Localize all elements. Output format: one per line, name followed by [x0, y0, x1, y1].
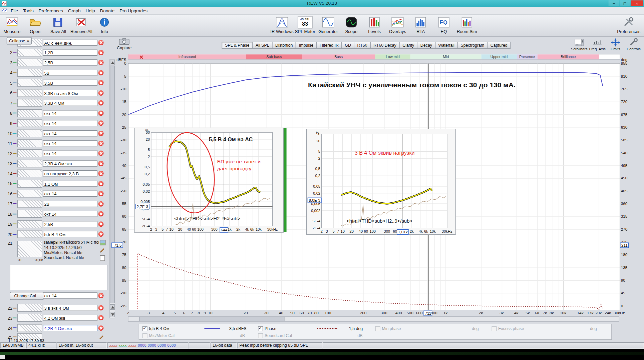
checkbox[interactable] [258, 326, 263, 331]
measurement-name-field[interactable]: 3,3В 4 Ом [43, 100, 97, 106]
scroll-down-icon[interactable] [110, 312, 115, 317]
delete-measurement-button[interactable] [98, 221, 103, 227]
measure-button[interactable]: Measure [2, 16, 22, 34]
measurement-thumbnail[interactable] [17, 119, 42, 127]
delete-measurement-button[interactable] [98, 211, 103, 217]
limits-button[interactable]: Limits [607, 38, 624, 51]
measurement-name-field[interactable]: 2,3В 4 Ом экв [43, 160, 97, 167]
delete-measurement-button[interactable] [98, 120, 103, 126]
measurement-thumbnail[interactable] [17, 314, 42, 322]
open-button[interactable]: Open [25, 16, 45, 34]
measurement-thumbnail[interactable] [17, 149, 42, 157]
measurement-thumbnail[interactable] [17, 109, 42, 117]
measurement-name-field[interactable]: 4,2 Ом экв [43, 315, 97, 321]
menu-item-file[interactable]: File [8, 7, 21, 14]
measurement-name-field[interactable]: окт 14 [43, 150, 97, 157]
overlays-button[interactable]: Overlays [387, 16, 408, 34]
delete-measurement-button[interactable] [98, 305, 103, 311]
delete-measurement-button[interactable] [98, 80, 103, 85]
tab-decay[interactable]: Decay [417, 42, 435, 49]
measurement-thumbnail[interactable] [17, 139, 42, 147]
delete-measurement-button[interactable] [98, 315, 103, 321]
room-sim-button[interactable]: Room Sim [456, 16, 477, 34]
tab-waterfall[interactable]: Waterfall [435, 42, 458, 49]
measurement-thumbnail[interactable] [17, 59, 42, 67]
scrollbars-button[interactable]: Scrollbars [571, 38, 588, 51]
delete-measurement-button[interactable] [98, 161, 103, 166]
measurement-name-field[interactable]: окт 14 [43, 292, 97, 299]
tab-gd[interactable]: GD [342, 42, 354, 49]
measurement-name-field[interactable]: 3,3В на экв 8 Ом [43, 90, 97, 96]
measurement-thumbnail[interactable] [17, 99, 42, 107]
minimize-button[interactable]: − [609, 0, 619, 6]
tab-spl-phase[interactable]: SPL & Phase [222, 42, 253, 49]
delete-measurement-button[interactable] [98, 201, 103, 206]
measurement-name-field[interactable]: 5В [43, 70, 97, 76]
scope-button[interactable]: Scope [341, 16, 362, 34]
band-strip-close-icon[interactable] [139, 55, 143, 59]
delete-measurement-button[interactable] [98, 131, 103, 136]
checkbox[interactable] [492, 326, 497, 331]
preferences-button[interactable]: Preferences [618, 16, 639, 34]
horizontal-scrollbar[interactable] [128, 316, 619, 322]
measurement-name-field[interactable]: 5,5 В 4 Ом [43, 231, 97, 237]
measurement-name-field[interactable]: 2,5В [43, 60, 97, 66]
freq-axis-button[interactable]: Freq. Axis [589, 38, 606, 51]
delete-measurement-button[interactable] [98, 325, 103, 331]
checkbox[interactable] [258, 333, 263, 338]
checkbox[interactable] [142, 326, 147, 331]
measurement-thumbnail[interactable] [17, 180, 42, 188]
menu-item-preferences[interactable]: Preferences [36, 7, 65, 14]
levels-button[interactable]: Levels [364, 16, 385, 34]
measurement-name-field[interactable]: окт 14 [43, 140, 97, 147]
info-button[interactable]: Info [94, 16, 115, 34]
menu-item-help[interactable]: Help [83, 7, 97, 14]
edit-pencil-icon[interactable] [100, 247, 105, 253]
notes-icon[interactable] [100, 255, 105, 261]
delete-measurement-button[interactable] [98, 50, 103, 55]
measurement-thumbnail[interactable] [17, 49, 42, 57]
delete-measurement-button[interactable] [98, 151, 103, 156]
spl-meter-button[interactable]: dB SPL 83 SPL Meter [295, 16, 315, 34]
tab-captured[interactable]: Captured [487, 42, 511, 49]
measurement-name-field[interactable]: АС с нем дин. [43, 39, 97, 46]
measurement-name-field[interactable]: окт 14 [43, 130, 97, 136]
collapse-button[interactable]: Collapse « [7, 37, 32, 44]
delete-measurement-button[interactable] [98, 171, 103, 176]
menu-item-pro-upgrades[interactable]: Pro Upgrades [117, 7, 150, 14]
close-button[interactable]: × [631, 0, 643, 6]
capture-button[interactable]: Capture [117, 38, 132, 50]
measurement-name-field[interactable]: на нагрузке 2,3 В [43, 170, 97, 177]
delete-measurement-button[interactable] [98, 191, 103, 196]
measurement-name-field[interactable]: окт 14 [43, 211, 97, 217]
delete-measurement-button[interactable] [98, 293, 103, 298]
checkbox[interactable] [142, 333, 147, 338]
measurement-name-field[interactable]: окт 14 [43, 191, 97, 197]
measurement-thumbnail[interactable] [17, 304, 42, 312]
delete-measurement-button[interactable] [98, 231, 103, 237]
measurement-name-field[interactable]: 1,1 Ом [43, 181, 97, 187]
menu-item-tools[interactable]: Tools [21, 7, 36, 14]
controls-button[interactable]: Controls [625, 38, 642, 51]
measurement-name-field[interactable]: 2,5В [43, 221, 97, 227]
tab-impulse[interactable]: Impulse [296, 42, 317, 49]
measurement-thumbnail[interactable] [17, 220, 42, 228]
measurement-thumbnail[interactable] [17, 200, 42, 208]
change-cal-button[interactable]: Change Cal... [10, 292, 44, 300]
generator-button[interactable]: Generator [318, 16, 339, 34]
tab-filtered-ir[interactable]: Filtered IR [316, 42, 342, 49]
measurement-thumbnail[interactable] [17, 89, 42, 97]
menu-item-graph[interactable]: Graph [65, 7, 83, 14]
horizontal-scroll-thumb[interactable] [139, 317, 284, 321]
measurement-thumbnail[interactable] [17, 69, 42, 77]
measurement-name-field[interactable]: 3 в экв 4 Ом [43, 305, 97, 311]
tab-rt60[interactable]: RT60 [354, 42, 371, 49]
measurement-name-field[interactable]: 4,2В 4 Ом экв [43, 325, 97, 331]
delete-measurement-button[interactable] [98, 40, 103, 45]
tab-spectrogram[interactable]: Spectrogram [457, 42, 488, 49]
measurement-thumbnail[interactable] [17, 324, 42, 332]
save-all-button[interactable]: Save All [48, 16, 69, 34]
ir-windows-button[interactable]: IR Windows [272, 16, 292, 34]
delete-measurement-button[interactable] [98, 60, 103, 65]
delete-measurement-button[interactable] [98, 110, 103, 116]
